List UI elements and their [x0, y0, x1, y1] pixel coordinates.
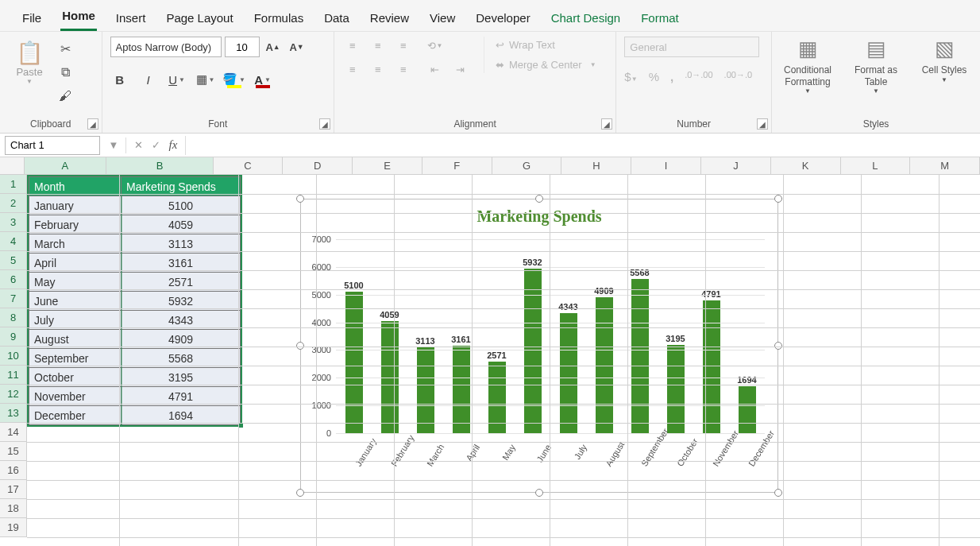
- row-header-12[interactable]: 12: [0, 385, 27, 404]
- row-header-11[interactable]: 11: [0, 366, 27, 385]
- row-header-4[interactable]: 4: [0, 232, 27, 251]
- increase-font-button[interactable]: A▲: [263, 37, 284, 57]
- align-right-button[interactable]: ≡: [393, 60, 414, 78]
- align-bottom-button[interactable]: ≡: [393, 37, 414, 54]
- table-cell-value[interactable]: 4791: [122, 387, 241, 406]
- table-cell-value[interactable]: 4059: [122, 215, 241, 234]
- column-header-H[interactable]: H: [561, 157, 631, 174]
- column-header-J[interactable]: J: [701, 157, 771, 174]
- increase-decimal-button[interactable]: .0→.00: [685, 70, 712, 83]
- chart-handle-br[interactable]: [774, 489, 782, 497]
- row-header-3[interactable]: 3: [0, 213, 27, 232]
- selection-fill-handle[interactable]: [238, 423, 244, 428]
- chart-handle-bl[interactable]: [296, 489, 304, 497]
- table-cell-month[interactable]: April: [29, 254, 122, 273]
- column-header-M[interactable]: M: [910, 157, 980, 174]
- align-top-button[interactable]: ≡: [342, 37, 363, 54]
- table-header[interactable]: Marketing Spends: [122, 177, 241, 196]
- row-header-8[interactable]: 8: [0, 308, 27, 327]
- tab-chart-design[interactable]: Chart Design: [550, 6, 623, 31]
- clipboard-launcher[interactable]: ◢: [87, 118, 98, 130]
- column-header-E[interactable]: E: [353, 157, 422, 174]
- format-as-table-button[interactable]: ▤ Format as Table ▼: [848, 37, 904, 95]
- table-cell-month[interactable]: July: [29, 311, 122, 330]
- chart-object[interactable]: Marketing Spends 01000200030004000500060…: [300, 199, 778, 493]
- column-header-K[interactable]: K: [771, 157, 841, 174]
- table-cell-month[interactable]: January: [29, 196, 122, 215]
- name-box-dropdown[interactable]: ▼: [105, 139, 122, 151]
- chart-title[interactable]: Marketing Spends: [301, 199, 777, 229]
- row-header-10[interactable]: 10: [0, 347, 27, 366]
- chart-handle-mr[interactable]: [774, 342, 782, 350]
- row-header-14[interactable]: 14: [0, 423, 27, 442]
- column-header-C[interactable]: C: [214, 157, 284, 174]
- merge-center-button[interactable]: ⬌ Merge & Center ▼: [492, 56, 600, 73]
- table-cell-month[interactable]: February: [29, 215, 122, 234]
- table-cell-month[interactable]: May: [29, 273, 122, 292]
- row-header-5[interactable]: 5: [0, 251, 27, 270]
- alignment-launcher[interactable]: ◢: [601, 118, 612, 130]
- table-cell-value[interactable]: 4909: [122, 330, 241, 349]
- row-header-15[interactable]: 15: [0, 442, 27, 461]
- tab-insert[interactable]: Insert: [114, 6, 148, 31]
- tab-formulas[interactable]: Formulas: [253, 6, 306, 31]
- decrease-decimal-button[interactable]: .00→.0: [724, 70, 752, 83]
- font-size-combo[interactable]: [225, 37, 260, 57]
- increase-indent-button[interactable]: ⇥: [450, 60, 471, 78]
- tab-developer[interactable]: Developer: [474, 6, 531, 31]
- row-header-9[interactable]: 9: [0, 327, 27, 347]
- row-header-13[interactable]: 13: [0, 404, 27, 423]
- tab-page-layout[interactable]: Page Layout: [164, 6, 234, 31]
- table-cell-value[interactable]: 2571: [122, 273, 241, 292]
- tab-review[interactable]: Review: [368, 6, 411, 31]
- table-cell-value[interactable]: 5568: [122, 349, 241, 368]
- chart-handle-ml[interactable]: [296, 342, 304, 350]
- borders-button[interactable]: ▦▼: [196, 70, 215, 89]
- align-center-button[interactable]: ≡: [368, 60, 388, 78]
- table-cell-value[interactable]: 3161: [122, 254, 241, 273]
- row-header-17[interactable]: 17: [0, 480, 27, 499]
- table-cell-month[interactable]: December: [29, 406, 122, 425]
- italic-button[interactable]: I: [139, 70, 158, 89]
- column-header-B[interactable]: B: [106, 157, 213, 174]
- column-header-L[interactable]: L: [841, 157, 911, 174]
- wrap-text-button[interactable]: ↩ Wrap Text: [492, 37, 600, 53]
- row-header-16[interactable]: 16: [0, 461, 27, 480]
- bold-button[interactable]: B: [110, 70, 129, 89]
- chart-bar[interactable]: 5100: [342, 281, 366, 433]
- name-box[interactable]: [5, 136, 100, 155]
- table-cell-month[interactable]: November: [29, 387, 122, 406]
- table-cell-value[interactable]: 1694: [122, 406, 241, 425]
- row-header-19[interactable]: 19: [0, 518, 27, 537]
- enter-formula-button[interactable]: ✓: [147, 139, 164, 151]
- decrease-indent-button[interactable]: ⇤: [425, 60, 446, 78]
- cancel-formula-button[interactable]: ✕: [129, 139, 147, 151]
- conditional-formatting-button[interactable]: ▦ Conditional Formatting ▼: [780, 37, 835, 95]
- column-header-D[interactable]: D: [283, 157, 353, 174]
- format-painter-button[interactable]: 🖌: [56, 87, 75, 105]
- chart-bar[interactable]: 3195: [664, 334, 688, 433]
- font-name-combo[interactable]: [110, 37, 222, 57]
- cell-styles-button[interactable]: ▧ Cell Styles ▼: [916, 37, 972, 83]
- table-header[interactable]: Month: [29, 177, 122, 196]
- insert-function-button[interactable]: fx: [164, 138, 182, 152]
- tab-home[interactable]: Home: [60, 4, 97, 31]
- table-cell-value[interactable]: 3113: [122, 234, 241, 254]
- font-color-button[interactable]: A▼: [253, 70, 272, 89]
- tab-data[interactable]: Data: [322, 6, 351, 31]
- table-cell-value[interactable]: 3195: [122, 368, 241, 387]
- fill-color-button[interactable]: 🪣▼: [225, 70, 244, 89]
- chart-bar[interactable]: 2571: [485, 350, 509, 433]
- formula-input[interactable]: [185, 136, 980, 155]
- table-cell-month[interactable]: October: [29, 368, 122, 387]
- chart-bar[interactable]: 4343: [557, 302, 581, 433]
- row-header-6[interactable]: 6: [0, 270, 27, 289]
- column-header-I[interactable]: I: [631, 157, 701, 174]
- accounting-format-button[interactable]: $▼: [624, 70, 637, 83]
- percent-format-button[interactable]: %: [649, 70, 659, 83]
- chart-bar[interactable]: 5932: [521, 258, 545, 433]
- underline-button[interactable]: U▼: [168, 70, 187, 89]
- table-cell-month[interactable]: March: [29, 234, 122, 254]
- column-header-G[interactable]: G: [492, 157, 562, 174]
- tab-view[interactable]: View: [428, 6, 457, 31]
